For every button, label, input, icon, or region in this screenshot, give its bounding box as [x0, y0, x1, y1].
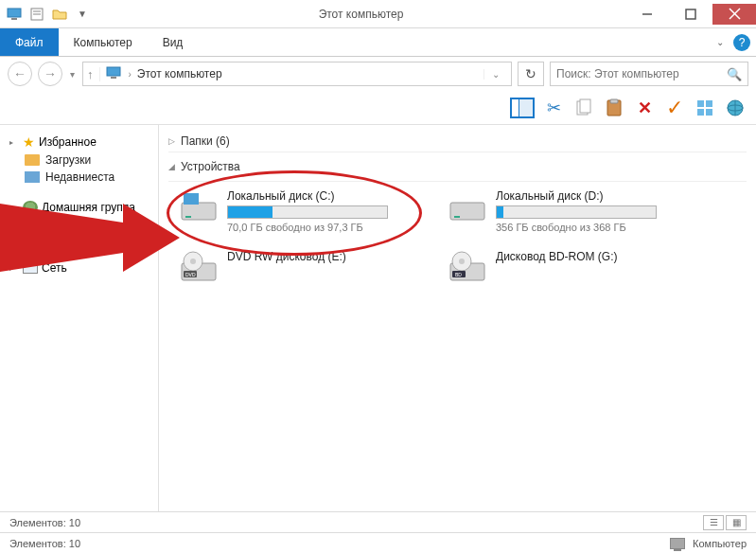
- quick-access-toolbar: ▼: [0, 6, 97, 23]
- views-icon[interactable]: [694, 97, 716, 119]
- icons-view-button[interactable]: ▦: [726, 515, 747, 530]
- star-icon: ★: [23, 134, 35, 150]
- up-button[interactable]: ↑: [87, 67, 100, 81]
- tab-view[interactable]: Вид: [148, 28, 199, 56]
- details-view-button[interactable]: ☰: [703, 515, 724, 530]
- folders-header-label: Папки (6): [181, 134, 230, 148]
- properties-icon[interactable]: [28, 6, 45, 23]
- dvd-icon: DVD: [180, 250, 218, 284]
- ribbon-tabs: Файл Компьютер Вид ⌄ ?: [0, 28, 756, 57]
- svg-rect-12: [580, 99, 590, 113]
- item-count-2: Элементов: 10: [9, 538, 80, 549]
- svg-rect-15: [697, 100, 704, 107]
- address-bar[interactable]: ↑ › Этот компьютер ⌄: [82, 62, 512, 86]
- bd-icon: BD: [448, 250, 486, 284]
- recent-icon: [25, 171, 40, 183]
- back-button[interactable]: ←: [8, 62, 32, 86]
- ribbon-expand-icon[interactable]: ⌄: [716, 37, 724, 47]
- svg-rect-14: [610, 99, 618, 103]
- copy-icon[interactable]: [572, 97, 595, 119]
- sidebar-item-downloads[interactable]: Загрузки: [4, 152, 154, 169]
- svg-rect-9: [107, 67, 120, 76]
- svg-point-29: [190, 259, 196, 264]
- globe-icon[interactable]: [724, 97, 747, 119]
- paste-icon[interactable]: [603, 97, 625, 119]
- svg-point-34: [459, 259, 465, 264]
- pc-icon: [670, 538, 685, 549]
- sidebar-recent-label: Недавниеста: [45, 170, 114, 184]
- help-button[interactable]: ?: [733, 34, 750, 51]
- titlebar: ▼ Этот компьютер: [0, 0, 756, 28]
- folders-section-header[interactable]: ▷ Папки (6): [168, 131, 747, 152]
- breadcrumb-text[interactable]: Этот компьютер: [137, 67, 478, 80]
- navbar: ← → ▾ ↑ › Этот компьютер ⌄ ↻ 🔍: [0, 57, 756, 91]
- pc-icon: [6, 6, 23, 23]
- tab-computer[interactable]: Компьютер: [59, 28, 148, 56]
- refresh-button[interactable]: ↻: [518, 62, 544, 86]
- qat-dropdown-icon[interactable]: ▼: [74, 6, 91, 23]
- hdd-icon: [448, 189, 486, 223]
- statusbar-outer: Элементов: 10 Компьютер: [0, 532, 756, 553]
- annotation-ellipse: [167, 170, 422, 256]
- svg-rect-6: [686, 9, 695, 19]
- svg-rect-16: [706, 100, 712, 107]
- chevron-down-icon: ◢: [168, 162, 175, 171]
- window-title: Этот компьютер: [97, 8, 625, 21]
- statusbar-inner: Элементов: 10 ☰ ▦: [0, 511, 756, 532]
- folder-icon: [25, 154, 40, 166]
- window-buttons: [625, 4, 756, 25]
- delete-icon[interactable]: ✕: [633, 97, 656, 119]
- close-button[interactable]: [712, 4, 756, 25]
- search-icon[interactable]: 🔍: [727, 67, 742, 81]
- chevron-right-icon: ▷: [168, 136, 175, 146]
- drive-g[interactable]: BD Дисковод BD-ROM (G:): [448, 250, 694, 284]
- svg-rect-17: [697, 109, 704, 116]
- search-box[interactable]: 🔍: [550, 62, 748, 86]
- check-icon[interactable]: ✓: [663, 97, 686, 119]
- drive-g-name: Дисковод BD-ROM (G:): [496, 250, 694, 263]
- history-dropdown[interactable]: ▾: [68, 69, 77, 80]
- search-input[interactable]: [556, 67, 723, 80]
- toolbar: ✂ ✕ ✓: [0, 91, 756, 125]
- sidebar-favorites-label: Избранное: [39, 135, 97, 149]
- item-count-1: Элементов: 10: [9, 517, 80, 528]
- svg-rect-1: [11, 18, 17, 20]
- tab-file[interactable]: Файл: [0, 28, 59, 56]
- cut-icon[interactable]: ✂: [542, 97, 565, 119]
- drive-d-name: Локальный диск (D:): [496, 189, 694, 203]
- svg-text:DVD: DVD: [185, 272, 196, 277]
- sidebar-favorites-header[interactable]: ▸★ Избранное: [4, 133, 154, 152]
- svg-rect-10: [111, 77, 116, 79]
- svg-text:BD: BD: [455, 272, 462, 277]
- maximize-button[interactable]: [669, 4, 712, 25]
- status-computer-label: Компьютер: [693, 538, 747, 549]
- svg-rect-26: [454, 216, 460, 218]
- minimize-button[interactable]: [625, 4, 669, 25]
- devices-header-label: Устройства: [181, 160, 240, 173]
- pc-icon: [106, 66, 123, 82]
- drive-d-bar: [496, 205, 657, 219]
- forward-button[interactable]: →: [38, 62, 62, 86]
- drive-d-sub: 356 ГБ свободно из 368 ГБ: [496, 222, 694, 233]
- svg-marker-37: [0, 204, 180, 272]
- drive-d[interactable]: Локальный диск (D:) 356 ГБ свободно из 3…: [448, 189, 694, 233]
- sidebar-downloads-label: Загрузки: [45, 153, 91, 167]
- svg-rect-0: [8, 9, 21, 17]
- panels-button[interactable]: [510, 98, 535, 118]
- annotation-arrow: [0, 204, 180, 272]
- folder-icon[interactable]: [51, 6, 68, 23]
- chevron-right-icon: ›: [129, 69, 132, 80]
- address-dropdown-icon[interactable]: ⌄: [483, 69, 507, 80]
- sidebar: ▸★ Избранное Загрузки Недавниеста ▸ Дома…: [0, 125, 159, 511]
- sidebar-item-recent[interactable]: Недавниеста: [4, 169, 154, 186]
- svg-rect-18: [706, 109, 712, 116]
